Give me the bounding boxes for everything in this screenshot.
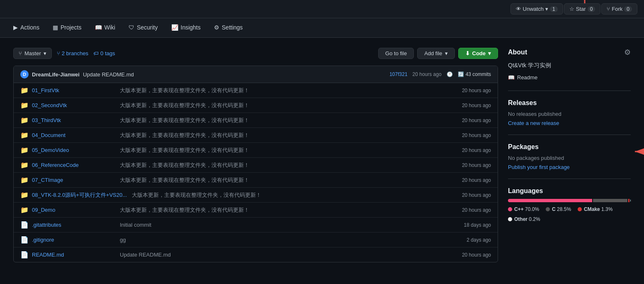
- avatar: D: [20, 70, 29, 78]
- file-rows: 📁 01_FirstVtk 大版本更新，主要表现在整理文件夹，没有代码更新！ 2…: [14, 83, 498, 262]
- no-packages-text: No packages published: [508, 155, 631, 161]
- branches-icon: ⑂: [57, 50, 60, 56]
- file-name-link[interactable]: .gitattributes: [32, 222, 115, 228]
- about-title: About: [508, 49, 527, 56]
- nav-item-projects[interactable]: ▦ Projects: [46, 18, 88, 37]
- file-commit-message: gg: [120, 237, 462, 243]
- unwatch-button[interactable]: 👁 Unwatch ▾ 1: [510, 3, 563, 15]
- fork-count: 0: [624, 6, 632, 12]
- about-section: About ⚙ Qt&Vtk 学习实例 📖 Readme: [508, 48, 631, 81]
- code-label: Code: [472, 50, 486, 56]
- commits-count[interactable]: 🔄 43 commits: [458, 71, 491, 77]
- chevron-icon: ▾: [44, 50, 46, 56]
- file-time: 20 hours ago: [462, 88, 491, 93]
- settings-icon: ⚙: [214, 24, 219, 31]
- lang-bar-segment: [630, 199, 631, 202]
- folder-icon: 📁: [20, 116, 27, 124]
- file-name-link[interactable]: 03_ThirdVtk: [32, 117, 115, 123]
- settings-label: Settings: [222, 24, 243, 31]
- releases-title: Releases: [508, 99, 631, 107]
- star-label: Star: [576, 6, 586, 12]
- nav-item-settings[interactable]: ⚙ Settings: [207, 18, 250, 37]
- package-arrow: [631, 143, 644, 160]
- nav-item-wiki[interactable]: 📖 Wiki: [88, 18, 122, 37]
- tags-link[interactable]: 🏷 0 tags: [93, 50, 115, 56]
- commit-info: D DreamLife-Jianwei Update README.md: [20, 70, 384, 78]
- file-name-link[interactable]: .gitignore: [32, 237, 115, 243]
- star-count: 0: [588, 6, 595, 12]
- file-icon: 📄: [20, 221, 27, 229]
- code-button[interactable]: ⬇ Code ▾: [458, 48, 498, 59]
- lang-list-item: Other 0.2%: [508, 216, 540, 222]
- file-table-header: D DreamLife-Jianwei Update README.md 107…: [14, 66, 498, 83]
- file-commit-message: 大版本更新，主要表现在整理文件夹，没有代码更新！: [120, 206, 457, 214]
- commit-message: Update README.md: [83, 71, 134, 78]
- actions-label: Actions: [20, 24, 39, 31]
- branches-link[interactable]: ⑂ 2 branches: [57, 50, 88, 56]
- lang-name: CMake 1.3%: [584, 206, 612, 212]
- sidebar: About ⚙ Qt&Vtk 学习实例 📖 Readme Releases No…: [508, 48, 631, 262]
- insights-label: Insights: [181, 24, 201, 31]
- clock-icon: 🕐: [447, 71, 453, 77]
- lang-bar-segment: [508, 199, 592, 202]
- file-time: 20 hours ago: [462, 252, 491, 258]
- insights-icon: 📈: [171, 24, 178, 31]
- table-row: 📁 03_ThirdVtk 大版本更新，主要表现在整理文件夹，没有代码更新！ 2…: [14, 113, 498, 128]
- folder-icon: 📁: [20, 176, 27, 184]
- branch-selector[interactable]: ⑂ Master ▾: [13, 48, 52, 59]
- create-release-link[interactable]: Create a new release: [508, 120, 559, 126]
- file-commit-message: 大版本更新，主要表现在整理文件夹，没有代码更新！: [120, 102, 457, 109]
- book-icon: 📖: [95, 24, 102, 31]
- goto-file-button[interactable]: Go to file: [378, 48, 414, 59]
- file-name-link[interactable]: 07_CTImage: [32, 177, 115, 183]
- fork-button[interactable]: ⑂ Fork 0: [601, 3, 637, 15]
- nav-item-insights[interactable]: 📈 Insights: [165, 18, 207, 37]
- nav-bar: ▶ Actions ▦ Projects 📖 Wiki 🛡 Security 📈…: [0, 18, 644, 38]
- file-name-link[interactable]: README.md: [32, 252, 115, 258]
- nav-item-actions[interactable]: ▶ Actions: [7, 18, 46, 37]
- file-name-link[interactable]: 08_VTK-8.2.0源码+可执行文件+VS20...: [32, 191, 127, 199]
- file-name-link[interactable]: 05_DemoVideo: [32, 147, 115, 153]
- file-name-link[interactable]: 06_ReferenceCode: [32, 162, 115, 168]
- file-name-link[interactable]: 02_SecondVtk: [32, 102, 115, 108]
- folder-icon: 📁: [20, 101, 27, 109]
- lang-list-item: C 28.5%: [546, 206, 571, 212]
- table-row: 📁 09_Demo 大版本更新，主要表现在整理文件夹，没有代码更新！ 20 ho…: [14, 203, 498, 218]
- projects-icon: ▦: [53, 24, 58, 31]
- nav-item-security[interactable]: 🛡 Security: [122, 18, 165, 37]
- add-file-label: Add file: [424, 50, 442, 56]
- lang-dot: [508, 207, 512, 211]
- folder-icon: 📁: [20, 146, 27, 154]
- lang-bar-segment: [593, 199, 627, 202]
- top-bar: 👁 Unwatch ▾ 1 ☆ Star 0 先点下Star: [0, 0, 644, 18]
- file-time: 20 hours ago: [462, 118, 491, 123]
- table-row: 📄 .gitignore gg 2 days ago: [14, 233, 498, 247]
- goto-file-label: Go to file: [385, 50, 407, 56]
- table-row: 📁 02_SecondVtk 大版本更新，主要表现在整理文件夹，没有代码更新！ …: [14, 98, 498, 113]
- publish-package-link[interactable]: Publish your first package: [508, 164, 570, 170]
- gear-icon[interactable]: ⚙: [624, 48, 631, 57]
- lang-dot: [578, 207, 582, 211]
- folder-icon: 📁: [20, 191, 27, 199]
- file-name-link[interactable]: 09_Demo: [32, 207, 115, 213]
- table-row: 📄 README.md Update README.md 20 hours ag…: [14, 247, 498, 262]
- toolbar-left: ⑂ Master ▾ ⑂ 2 branches 🏷 0 tags: [13, 48, 115, 59]
- repo-content: ⑂ Master ▾ ⑂ 2 branches 🏷 0 tags Go to f…: [13, 48, 498, 262]
- commit-author: DreamLife-Jianwei: [32, 71, 80, 78]
- commit-hash[interactable]: 107f321: [389, 71, 407, 77]
- star-icon: ☆: [569, 6, 574, 12]
- packages-title: Packages: [508, 143, 631, 151]
- chevron-down-icon: ▾: [545, 6, 548, 12]
- tag-icon: 🏷: [93, 50, 99, 56]
- file-name-link[interactable]: 04_Document: [32, 132, 115, 138]
- star-button[interactable]: ☆ Star 0: [564, 3, 601, 15]
- download-icon: ⬇: [465, 50, 470, 56]
- packages-section: Packages No packages published Publish y…: [508, 143, 631, 170]
- readme-label: Readme: [517, 74, 537, 81]
- lang-name: Other 0.2%: [514, 216, 540, 222]
- add-file-button[interactable]: Add file ▾: [417, 48, 454, 59]
- file-time: 18 days ago: [464, 222, 491, 228]
- file-name-link[interactable]: 01_FirstVtk: [32, 87, 115, 93]
- commit-right: 107f321 20 hours ago 🕐 🔄 43 commits: [389, 71, 491, 77]
- readme-link[interactable]: 📖 Readme: [508, 74, 631, 81]
